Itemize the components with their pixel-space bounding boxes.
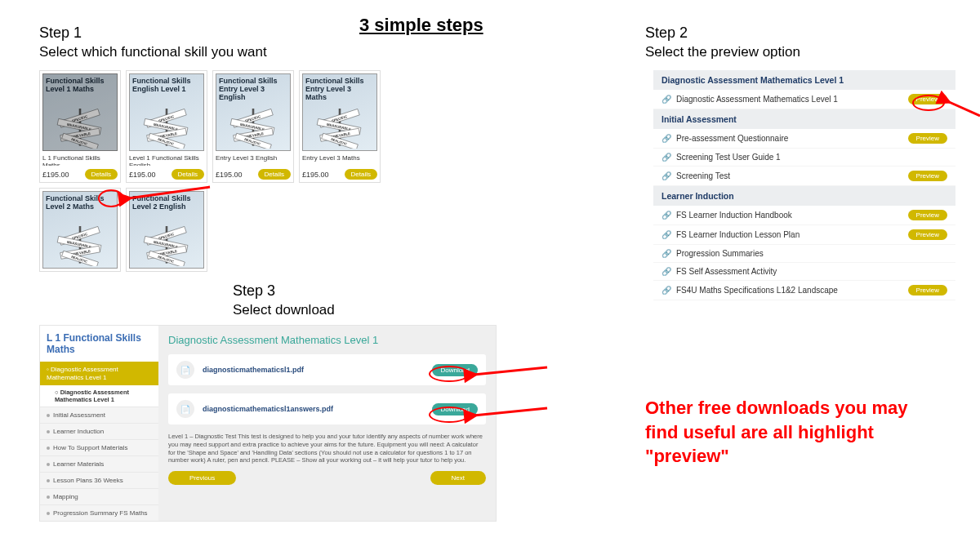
- preview-button[interactable]: Preview: [908, 94, 947, 104]
- step3-sub: Select download: [233, 302, 335, 318]
- details-button[interactable]: Details: [85, 169, 118, 180]
- description-text: Level 1 – Diagnostic Test This test is d…: [168, 433, 486, 464]
- preview-button[interactable]: Preview: [908, 210, 947, 220]
- link-icon: 🔗: [662, 286, 671, 295]
- sidebar-item[interactable]: Learner Materials: [40, 455, 158, 472]
- link-icon: 🔗: [662, 211, 671, 220]
- row-label: Diagnostic Assessment Mathematics Level …: [676, 95, 838, 104]
- sidebar-active-item[interactable]: ◦ Diagnostic Assessment Mathematics Leve…: [40, 362, 158, 385]
- card-price: £195.00: [42, 171, 69, 179]
- step2-label: Step 2: [645, 24, 688, 42]
- link-icon: 🔗: [662, 171, 671, 180]
- preview-button[interactable]: Preview: [908, 133, 947, 144]
- row-label: FS Learner Induction Handbook: [676, 211, 792, 220]
- link-icon: 🔗: [662, 95, 671, 104]
- list-row[interactable]: 🔗FS4U Maths Specifications L1&2 Landscap…: [653, 281, 956, 300]
- link-icon: 🔗: [662, 153, 671, 162]
- link-icon: 🔗: [662, 230, 671, 239]
- card-image: Functional Skills Level 1 Maths SPECIFIC…: [42, 73, 118, 151]
- note-text: Other free downloads you may find useful…: [645, 396, 939, 469]
- product-card[interactable]: Functional Skills Level 2 Maths SPECIFIC…: [39, 188, 121, 272]
- row-label: FS4U Maths Specifications L1&2 Landscape: [676, 286, 838, 295]
- list-row[interactable]: 🔗FS Self Assessment Activity: [653, 263, 956, 281]
- step2-sub: Select the preview option: [645, 44, 800, 60]
- annotation-arrow: [943, 90, 980, 126]
- card-image: Functional Skills Level 2 Maths SPECIFIC…: [42, 191, 118, 269]
- file-icon: 📄: [176, 361, 194, 379]
- row-label: FS Learner Induction Lesson Plan: [676, 230, 800, 239]
- list-row[interactable]: 🔗Progression Summaries: [653, 245, 956, 263]
- sidebar-item[interactable]: How To Support Materials: [40, 439, 158, 455]
- sidebar-item[interactable]: Lesson Plans 36 Weeks: [40, 472, 158, 488]
- sidebar-active-sub[interactable]: ○ Diagnostic Assessment Mathematics Leve…: [40, 385, 158, 407]
- card-image: Functional Skills Entry Level 3 English …: [216, 73, 291, 151]
- product-card[interactable]: Functional Skills English Level 1 SPECIF…: [126, 70, 207, 183]
- details-button[interactable]: Details: [172, 169, 204, 180]
- link-icon: 🔗: [662, 134, 671, 143]
- sidebar-item[interactable]: Progression Summary FS Maths: [40, 504, 158, 521]
- link-icon: 🔗: [662, 249, 671, 258]
- file-icon: 📄: [176, 400, 194, 418]
- card-price: £195.00: [302, 171, 329, 179]
- step3-label: Step 3: [233, 282, 275, 300]
- next-button[interactable]: Next: [430, 471, 486, 485]
- file-name: diagnosticmathematicsl1.pdf: [203, 366, 304, 374]
- card-image: Functional Skills Entry Level 3 Maths SP…: [302, 73, 377, 151]
- product-card[interactable]: Functional Skills Level 1 Maths SPECIFIC…: [39, 70, 121, 183]
- list-row[interactable]: 🔗Pre-assessment QuestionnairePreview: [653, 129, 956, 149]
- link-icon: 🔗: [662, 267, 671, 276]
- list-row[interactable]: 🔗FS Learner Induction Lesson PlanPreview: [653, 225, 956, 245]
- card-name: Entry Level 3 Maths: [302, 154, 377, 166]
- card-name: Level 1 Functional Skills English: [129, 154, 204, 166]
- details-button[interactable]: Details: [345, 169, 377, 180]
- list-row[interactable]: 🔗FS Learner Induction HandbookPreview: [653, 206, 956, 225]
- card-price: £195.00: [129, 171, 156, 179]
- annotation-arrow: [470, 404, 551, 428]
- card-name: L 1 Functional Skills Maths: [42, 154, 118, 166]
- row-label: Progression Summaries: [676, 249, 764, 258]
- sidebar-item[interactable]: Learner Induction: [40, 423, 158, 439]
- row-label: Screening Test User Guide 1: [676, 153, 781, 162]
- annotation-arrow: [470, 363, 551, 387]
- step1-sub: Select which functional skill you want: [39, 44, 267, 60]
- row-label: Pre-assessment Questionnaire: [676, 134, 788, 143]
- section-header: Diagnostic Assessment Mathematics Level …: [653, 70, 956, 90]
- card-price: £195.00: [216, 171, 243, 179]
- list-row[interactable]: 🔗Screening TestPreview: [653, 167, 956, 186]
- svg-line-55: [947, 101, 980, 116]
- annotation-arrow: [124, 184, 214, 211]
- details-button[interactable]: Details: [258, 169, 291, 180]
- product-grid: Functional Skills Level 1 Maths SPECIFIC…: [39, 70, 381, 272]
- product-card[interactable]: Functional Skills Entry Level 3 Maths SP…: [299, 70, 381, 183]
- svg-line-57: [474, 408, 547, 415]
- row-label: Screening Test: [676, 171, 730, 180]
- file-row: 📄diagnosticmathematicsl1answers.pdfDownl…: [168, 393, 486, 424]
- page-title: 3 simple steps: [359, 15, 483, 36]
- card-image: Functional Skills English Level 1 SPECIF…: [129, 73, 204, 151]
- step1-label: Step 1: [39, 24, 82, 42]
- file-row: 📄diagnosticmathematicsl1.pdfDownload: [168, 354, 486, 385]
- preview-button[interactable]: Preview: [908, 285, 947, 295]
- section-header: Initial Assessment: [653, 109, 956, 129]
- svg-line-54: [128, 187, 210, 198]
- file-name: diagnosticmathematicsl1answers.pdf: [203, 405, 333, 413]
- side-title: L 1 Functional Skills Maths: [40, 326, 158, 362]
- sidebar-item[interactable]: Mapping: [40, 488, 158, 504]
- download-panel: L 1 Functional Skills Maths ◦ Diagnostic…: [39, 325, 497, 522]
- section-header: Learner Induction: [653, 186, 956, 206]
- row-label: FS Self Assessment Activity: [676, 267, 777, 276]
- list-row[interactable]: 🔗Screening Test User Guide 1: [653, 149, 956, 167]
- svg-line-56: [474, 367, 547, 375]
- product-card[interactable]: Functional Skills Entry Level 3 English …: [212, 70, 294, 183]
- preview-button[interactable]: Preview: [908, 171, 947, 181]
- sidebar-item[interactable]: Initial Assessment: [40, 407, 158, 423]
- preview-button[interactable]: Preview: [908, 229, 947, 240]
- main-title: Diagnostic Assessment Mathematics Level …: [168, 334, 486, 346]
- preview-panel: Diagnostic Assessment Mathematics Level …: [653, 70, 956, 300]
- prev-button[interactable]: Previous: [168, 471, 236, 485]
- card-name: Entry Level 3 English: [216, 154, 291, 166]
- list-row[interactable]: 🔗Diagnostic Assessment Mathematics Level…: [653, 90, 956, 109]
